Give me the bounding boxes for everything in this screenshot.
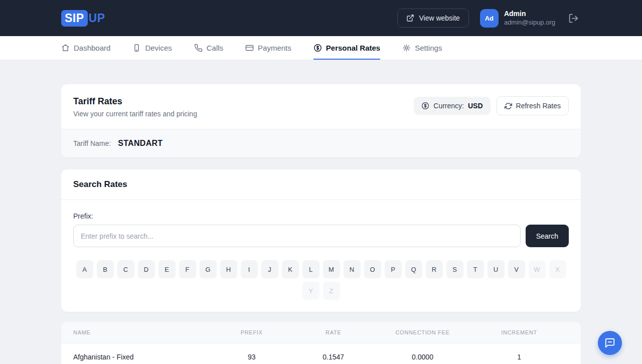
tab-label: Settings: [415, 44, 442, 52]
user-email: admin@sipup.org: [504, 19, 555, 27]
phone-icon: [194, 44, 203, 52]
letter-filter-button[interactable]: P: [385, 260, 402, 278]
letter-filter-button[interactable]: S: [446, 260, 463, 278]
app-header: SIPUP View website Ad Admin admin@sipup.…: [0, 0, 642, 36]
search-rates-card: Search Rates Prefix: Search A B C: [61, 169, 581, 312]
tab-dashboard[interactable]: Dashboard: [61, 36, 110, 60]
currency-selector[interactable]: Currency: USD: [414, 97, 490, 115]
logout-icon: [568, 13, 579, 24]
search-button[interactable]: Search: [526, 225, 569, 247]
letter-filter-button[interactable]: H: [220, 260, 237, 278]
tab-label: Calls: [207, 44, 223, 52]
rates-table-card: NAME PREFIX RATE CONNECTION FEE INCREMEN…: [61, 322, 581, 364]
letter-filter-button[interactable]: V: [508, 260, 525, 278]
tab-label: Payments: [258, 44, 291, 52]
external-link-icon: [406, 14, 414, 22]
refresh-rates-button[interactable]: Refresh Rates: [497, 96, 569, 115]
rates-table-header: NAME PREFIX RATE CONNECTION FEE INCREMEN…: [61, 322, 581, 343]
letter-filter-button[interactable]: U: [488, 260, 505, 278]
letter-filter-button[interactable]: T: [467, 260, 484, 278]
letter-filter-button[interactable]: B: [97, 260, 114, 278]
card-icon: [245, 44, 254, 52]
letter-filter-button[interactable]: J: [261, 260, 278, 278]
tab-personal-rates[interactable]: Personal Rates: [313, 36, 380, 60]
view-website-label: View website: [419, 14, 459, 22]
letter-filter-button[interactable]: K: [282, 260, 299, 278]
user-menu[interactable]: Ad Admin admin@sipup.org: [480, 9, 555, 28]
logout-button[interactable]: [566, 11, 581, 26]
cell-rate: 0.1547: [291, 353, 376, 361]
refresh-icon: [505, 102, 512, 110]
currency-value: USD: [468, 102, 483, 110]
dollar-circle-icon: [421, 102, 429, 110]
tariff-name-label: Tariff Name:: [73, 139, 111, 147]
search-rates-title: Search Rates: [73, 179, 569, 190]
refresh-rates-label: Refresh Rates: [516, 102, 561, 110]
logo-up-text: UP: [89, 12, 105, 25]
dollar-circle-icon: [313, 44, 322, 52]
letter-filter-button[interactable]: A: [76, 260, 93, 278]
letter-filter-button[interactable]: Y: [302, 282, 319, 300]
chat-support-button[interactable]: [598, 331, 622, 355]
tab-payments[interactable]: Payments: [245, 36, 291, 60]
tab-devices[interactable]: Devices: [132, 36, 172, 60]
letter-filter-button[interactable]: R: [426, 260, 443, 278]
tariff-name-bar: Tariff Name: STANDART: [61, 129, 581, 157]
rates-table-body: Afghanistan - Fixed 93 0.1547 0.0000 1: [61, 343, 581, 364]
currency-label: Currency:: [433, 102, 464, 110]
column-header-rate: RATE: [291, 329, 376, 335]
prefix-search-input[interactable]: [73, 225, 521, 247]
tab-label: Devices: [145, 44, 172, 52]
main-content: Tariff Rates View your current tariff ra…: [0, 60, 642, 364]
letter-filter-button[interactable]: N: [344, 260, 361, 278]
letter-filter-button[interactable]: Q: [405, 260, 422, 278]
letter-filter-button[interactable]: X: [549, 260, 566, 278]
tab-label: Dashboard: [74, 44, 110, 52]
tariff-name-value: STANDART: [118, 139, 163, 148]
home-icon: [61, 44, 70, 52]
tab-calls[interactable]: Calls: [194, 36, 223, 60]
letter-filter-button[interactable]: F: [179, 260, 196, 278]
column-header-name: NAME: [73, 329, 212, 335]
letter-filter-button[interactable]: I: [241, 260, 258, 278]
column-header-increment: INCREMENT: [469, 329, 569, 335]
chat-bubble-icon: [604, 337, 615, 348]
logo-sip-badge: SIP: [61, 10, 88, 27]
view-website-button[interactable]: View website: [397, 9, 468, 28]
tariff-rates-card: Tariff Rates View your current tariff ra…: [61, 84, 581, 157]
cell-prefix: 93: [212, 353, 291, 361]
column-header-connection-fee: CONNECTION FEE: [376, 329, 470, 335]
letter-filter-button[interactable]: L: [302, 260, 319, 278]
user-name: Admin: [504, 10, 555, 19]
letter-filter-button[interactable]: E: [158, 260, 176, 278]
mobile-icon: [132, 44, 141, 52]
app-logo[interactable]: SIPUP: [61, 10, 105, 27]
prefix-label: Prefix:: [73, 212, 569, 220]
letter-filter-button[interactable]: O: [364, 260, 381, 278]
cell-connection-fee: 0.0000: [376, 353, 470, 361]
avatar: Ad: [480, 9, 499, 28]
cell-increment: 1: [469, 353, 569, 361]
letter-filter-button[interactable]: M: [323, 260, 340, 278]
letter-filter-button[interactable]: G: [200, 260, 217, 278]
tab-settings[interactable]: Settings: [402, 36, 442, 60]
tariff-rates-subtitle: View your current tariff rates and prici…: [73, 110, 197, 118]
letter-filter-button[interactable]: C: [117, 260, 134, 278]
letter-filter-button[interactable]: Z: [323, 282, 340, 300]
cell-name: Afghanistan - Fixed: [73, 353, 212, 361]
alphabet-filter: A B C D E F G H: [73, 260, 569, 300]
letter-filter-button[interactable]: W: [529, 260, 546, 278]
column-header-prefix: PREFIX: [212, 329, 291, 335]
tariff-rates-title: Tariff Rates: [73, 96, 197, 107]
gear-icon: [402, 44, 411, 52]
letter-filter-button[interactable]: D: [138, 260, 155, 278]
tab-label: Personal Rates: [326, 44, 380, 52]
table-row[interactable]: Afghanistan - Fixed 93 0.1547 0.0000 1: [61, 343, 581, 364]
main-nav: Dashboard Devices Calls: [0, 36, 642, 60]
